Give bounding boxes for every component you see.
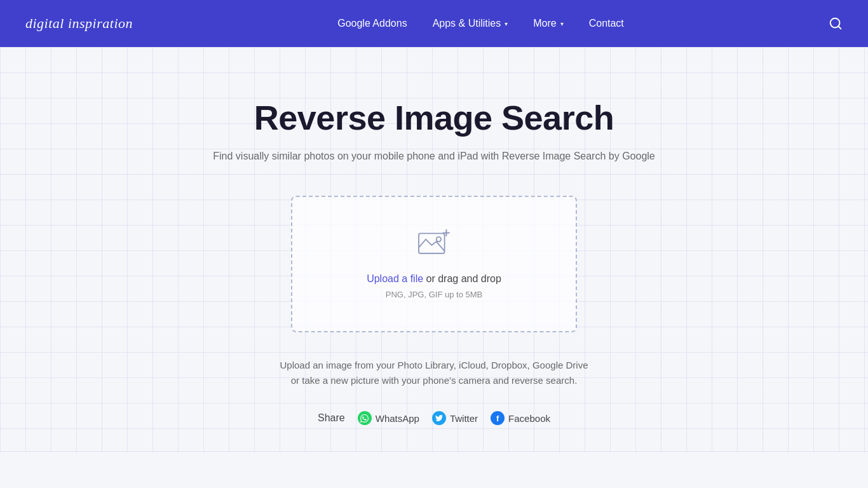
share-row: Share WhatsApp Twitter f Facebook — [318, 411, 550, 425]
chevron-down-icon: ▾ — [505, 20, 508, 27]
nav-link-more[interactable]: More ▾ — [533, 18, 563, 29]
chevron-down-icon: ▾ — [560, 20, 564, 27]
nav-item-google-addons[interactable]: Google Addons — [337, 18, 407, 29]
twitter-share-button[interactable]: Twitter — [432, 411, 478, 425]
svg-line-1 — [838, 26, 841, 29]
bottom-bar — [0, 451, 868, 488]
dropzone-subtext: PNG, JPG, GIF up to 5MB — [386, 290, 482, 299]
upload-file-link[interactable]: Upload a file — [367, 273, 423, 284]
dropzone-text: Upload a file or drag and drop — [367, 273, 501, 285]
whatsapp-share-button[interactable]: WhatsApp — [358, 411, 419, 425]
nav-item-contact[interactable]: Contact — [589, 18, 624, 29]
search-button[interactable] — [829, 17, 843, 30]
site-logo[interactable]: digital inspiration — [25, 15, 133, 32]
navbar: digital inspiration Google Addons Apps &… — [0, 0, 868, 47]
page-title: Reverse Image Search — [254, 98, 614, 137]
twitter-icon — [432, 411, 446, 425]
upload-image-icon — [417, 229, 451, 259]
nav-link-google-addons[interactable]: Google Addons — [337, 18, 407, 29]
search-icon — [829, 17, 843, 30]
svg-point-3 — [437, 237, 441, 241]
nav-links: Google Addons Apps & Utilities ▾ More ▾ … — [337, 18, 624, 29]
share-label: Share — [318, 412, 345, 424]
nav-link-contact[interactable]: Contact — [589, 18, 624, 29]
page-subtitle: Find visually similar photos on your mob… — [213, 149, 654, 164]
description-text: Upload an image from your Photo Library,… — [275, 358, 593, 388]
facebook-share-button[interactable]: f Facebook — [491, 411, 550, 425]
nav-item-more[interactable]: More ▾ — [533, 18, 563, 29]
nav-item-apps-utilities[interactable]: Apps & Utilities ▾ — [433, 18, 508, 29]
whatsapp-label: WhatsApp — [376, 413, 419, 424]
twitter-label: Twitter — [450, 413, 478, 424]
facebook-icon: f — [491, 411, 505, 425]
nav-right — [829, 17, 843, 30]
whatsapp-icon — [358, 411, 372, 425]
nav-link-apps-utilities[interactable]: Apps & Utilities ▾ — [433, 18, 508, 29]
main-content: Reverse Image Search Find visually simil… — [0, 47, 868, 463]
facebook-label: Facebook — [508, 413, 550, 424]
upload-icon-wrap — [417, 229, 451, 262]
upload-dropzone[interactable]: Upload a file or drag and drop PNG, JPG,… — [291, 196, 577, 332]
